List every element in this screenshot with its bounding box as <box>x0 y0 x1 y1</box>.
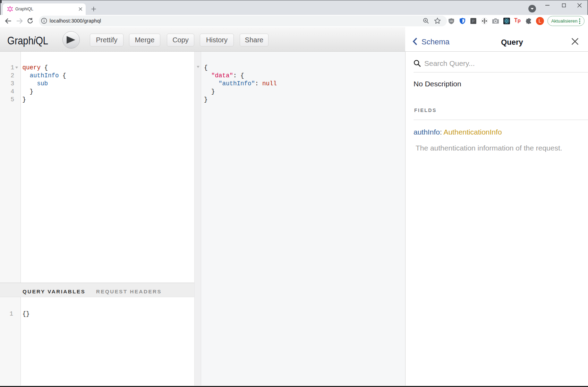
svg-text:P: P <box>472 19 475 23</box>
svg-text:UO: UO <box>450 20 453 22</box>
